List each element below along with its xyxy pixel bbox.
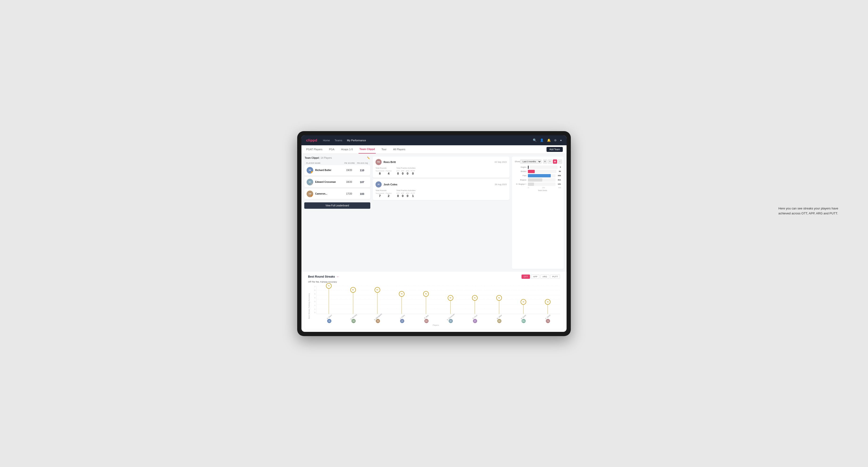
bar-axis: 0 200 400	[515, 187, 561, 188]
streak-line-2	[377, 290, 378, 314]
nav-my-performance[interactable]: My Performance	[347, 139, 366, 142]
streak-chart-body: 7 6 5 4 3 2 1 0	[312, 286, 560, 314]
subnav-pgat[interactable]: PGAT Players	[305, 145, 323, 154]
detail-header-josh: JC Josh Coles 26 Aug 2023	[375, 181, 507, 187]
streaks-header: Best Round Streaks ← OTT APP ARG PUTT	[308, 275, 560, 279]
streak-line-4	[426, 294, 426, 314]
player-avatar-1: RB 1	[307, 167, 313, 174]
x-avatar-5: EC	[448, 319, 453, 323]
bar-wrap-bogeys	[528, 178, 555, 182]
add-team-button[interactable]: Add Team	[547, 147, 563, 152]
streaks-arrow-icon: ←	[336, 275, 340, 279]
grid-view-btn[interactable]: ⊞	[543, 159, 547, 164]
chart-view-btn[interactable]: ▦	[553, 159, 557, 164]
filter-tabs: OTT APP ARG PUTT	[522, 275, 560, 279]
streak-col-6: 4x	[463, 286, 487, 314]
filter-tab-app[interactable]: APP	[531, 275, 539, 279]
subnav-tour[interactable]: Tour	[380, 145, 387, 154]
bar-val-dbogeys: 131	[558, 183, 561, 185]
subnav-team-clippd[interactable]: Team Clippd	[359, 145, 376, 154]
target-icon[interactable]: ⊕	[554, 138, 557, 142]
player-details-panel: RB Rees Britt 02 Sep 2023 Total Rounds T…	[373, 157, 509, 269]
player-avg-2: 107	[356, 181, 368, 184]
subnav-pga[interactable]: PGA	[328, 145, 335, 154]
bar-fill-eagles	[528, 165, 529, 169]
main-content: Team Clippd | 14 Players ✏️ PLAYER NAME …	[302, 154, 566, 272]
streak-bars: 7x6x6x5x5x4x4x4x3x3x	[316, 286, 560, 314]
detail-stats-josh: Total Rounds Tournament 7 Practice 2	[375, 189, 507, 198]
streak-col-1: 6x	[341, 286, 365, 314]
player-row-2[interactable]: EC 2 Edward Crossman 18/20 107	[304, 177, 370, 187]
subnav-all-players[interactable]: All Players	[392, 145, 406, 154]
x-label-col-5: E. CrossmanEC	[439, 316, 463, 323]
x-player-name-7: M. Miller	[496, 314, 502, 319]
x-label-col-2: D. BillinghamDB	[366, 316, 390, 323]
nav-teams[interactable]: Teams	[335, 139, 342, 142]
bar-label-birdies: Birdies	[515, 170, 526, 173]
view-leaderboard-button[interactable]: View Full Leaderboard	[304, 203, 370, 209]
streak-bubble-9: 3x	[545, 299, 551, 305]
player-name-1: Richard Butler	[315, 169, 342, 172]
chart-panel-inner: Show Last 3 months ⊞ ≡ ▦ ↕	[512, 157, 564, 269]
filter-tab-arg[interactable]: ARG	[540, 275, 549, 279]
bell-icon[interactable]: 🔔	[547, 138, 551, 142]
player-avg-3: 103	[356, 192, 368, 195]
rank-badge-1: 1	[311, 171, 313, 174]
practice-activities-label-rees: Total Practice Activities	[396, 167, 415, 169]
avatar-icon[interactable]: ●	[560, 138, 562, 142]
streak-col-8: 3x	[512, 286, 536, 314]
bar-wrap-dbogeys	[528, 183, 555, 186]
player-pb-1: 19/20	[342, 169, 356, 172]
bar-fill-pars	[528, 174, 551, 177]
nav-links: Home Teams My Performance	[323, 139, 527, 142]
x-label-col-8: R. ButlerRBu	[512, 316, 536, 323]
search-icon[interactable]: 🔍	[533, 138, 536, 142]
app-logo: clippd	[306, 138, 317, 142]
filter-tab-putt[interactable]: PUTT	[550, 275, 560, 279]
practice-label-rees: Practice	[385, 170, 392, 172]
practice-activities-group-josh: Total Practice Activities OTT 0 APP 0	[396, 189, 415, 198]
streak-chart-area: 7 6 5 4 3 2 1 0	[312, 286, 560, 326]
tournament-val-rees: 8	[375, 172, 384, 175]
detail-view-btn[interactable]: ↕	[558, 159, 562, 164]
nav-home[interactable]: Home	[323, 139, 330, 142]
sub-nav-right: Add Team	[547, 147, 563, 152]
subnav-hcaps[interactable]: Hcaps 1-5	[340, 145, 354, 154]
tablet-screen: clippd Home Teams My Performance 🔍 👤 🔔 ⊕…	[302, 135, 566, 332]
user-icon[interactable]: 👤	[540, 138, 544, 142]
streak-bubble-0: 7x	[326, 283, 332, 289]
list-view-btn[interactable]: ≡	[548, 159, 552, 164]
practice-activities-group-rees: Total Practice Activities OTT 0 APP 0	[396, 167, 415, 175]
detail-date-josh: 26 Aug 2023	[495, 183, 507, 186]
filter-tab-ott[interactable]: OTT	[522, 275, 530, 279]
player-avatar-2: EC 2	[307, 179, 313, 185]
x-label-col-1: B. McHargBM	[342, 316, 366, 323]
streak-line-3	[401, 294, 402, 314]
rank-badge-3: 3	[311, 195, 313, 197]
x-player-name-3: J. Coles	[399, 314, 405, 319]
detail-avatar-josh: JC	[375, 181, 382, 187]
detail-avatar-rees: RB	[375, 159, 382, 165]
time-filter-select[interactable]: Last 3 months	[520, 159, 541, 164]
player-row-1[interactable]: RB 1 Richard Butler 19/20 110	[304, 165, 370, 176]
streak-bubble-8: 3x	[521, 299, 526, 305]
streak-bubble-4: 5x	[423, 291, 429, 297]
x-label-col-3: J. ColesJC	[390, 316, 414, 323]
team-count: | 14 Players	[319, 157, 332, 159]
bar-row-eagles: Eagles 3	[515, 165, 561, 169]
bar-label-eagles: Eagles	[515, 166, 526, 168]
player-row-3[interactable]: CM 3 Cameron... 17/20 103	[304, 189, 370, 199]
view-toggle: ⊞ ≡ ▦ ↕	[543, 159, 562, 164]
col-header-pb: PB SCORE	[342, 162, 356, 164]
edit-icon[interactable]: ✏️	[367, 157, 370, 159]
leaderboard-panel: Team Clippd | 14 Players ✏️ PLAYER NAME …	[304, 157, 370, 269]
y-axis-label: Best Streak, Fairway Accuracy	[308, 286, 310, 326]
col-header-avg: PB AVG SQ	[356, 162, 368, 164]
bar-axis-title: Total Shots	[515, 189, 561, 191]
streak-col-5: 4x	[438, 286, 463, 314]
rounds-group-josh: Total Rounds Tournament 7 Practice 2	[375, 189, 392, 198]
x-avatar-3: JC	[400, 319, 404, 323]
player-pb-2: 18/20	[342, 181, 356, 183]
bar-label-bogeys: Bogeys	[515, 179, 526, 181]
chart-subtitle: Off The Tee, Fairway Accuracy	[308, 281, 560, 283]
